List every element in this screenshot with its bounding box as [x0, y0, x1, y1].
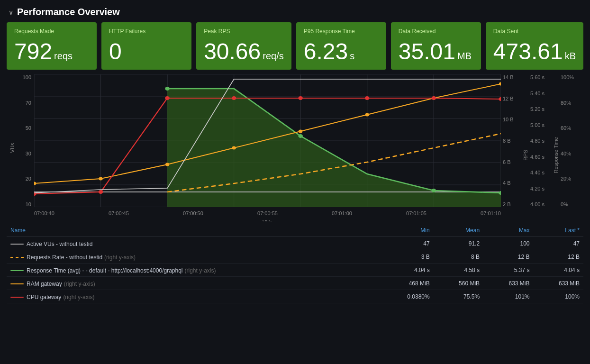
legend-row: Requests Rate - without testid (right y-… — [7, 250, 583, 264]
y-axis-left: 1007050302010 — [15, 74, 34, 221]
legend-row: RAM gateway (right y-axis) 468 MiB 560 M… — [7, 277, 583, 290]
metric-value-2: 30.66req/s — [204, 40, 284, 63]
metric-value-3: 6.23s — [304, 40, 379, 63]
svg-point-34 — [431, 96, 436, 100]
y-axis-rps-tick: 10 B — [503, 117, 514, 122]
col-min: Min — [381, 224, 433, 237]
legend-line-3 — [10, 283, 24, 284]
legend-secondary-3: (right y-axis) — [64, 281, 95, 287]
y-axis-rt-label: Response Time — [553, 123, 559, 173]
y-axis-rps-tick: 14 B — [503, 74, 514, 80]
legend-last-2: 4.04 s — [534, 264, 583, 277]
legend-secondary-2: (right y-axis) — [185, 267, 216, 274]
col-name: Name — [7, 224, 381, 237]
legend-name-4: CPU gateway (right y-axis) — [7, 290, 381, 303]
y-axis-left-tick: 20 — [26, 176, 31, 182]
col-mean: Mean — [434, 224, 483, 237]
x-axis-tick: 07:00:55 — [257, 210, 278, 216]
y-axis-rps-tick: 4 B — [503, 180, 511, 186]
legend-last-1: 12 B — [534, 250, 583, 264]
y-axis-rps-tick: 6 B — [503, 159, 511, 165]
x-axis-tick: 07:00:45 — [109, 210, 129, 216]
legend-max-2: 5.37 s — [483, 264, 533, 277]
legend-mean-4: 75.5% — [434, 290, 483, 303]
y-axis-rt-tick: 4.60 s — [530, 154, 545, 160]
y-axis-rps-tick: 2 B — [503, 201, 511, 207]
legend-text-3: RAM gateway — [27, 281, 62, 287]
y-axis-pct-tick: 60% — [561, 125, 571, 131]
legend-name-0: Active VUs - without testid — [7, 237, 381, 250]
metric-label-3: P95 Response Time — [304, 28, 379, 35]
metric-value-5: 473.61kB — [493, 40, 576, 63]
legend-mean-2: 4.58 s — [434, 264, 483, 277]
metric-value-4: 35.01MB — [399, 40, 473, 63]
legend-line-0 — [10, 244, 24, 245]
header: ∨ Performance Overview — [0, 0, 590, 22]
x-axis-tick: 07:01:10 — [481, 210, 501, 216]
svg-point-30 — [165, 96, 170, 100]
svg-point-29 — [99, 190, 103, 194]
x-axis-tick: 07:01:05 — [406, 210, 427, 216]
metric-card-2: Peak RPS 30.66req/s — [196, 22, 291, 70]
page-title: Performance Overview — [17, 7, 120, 18]
metric-value-0: 792reqs — [14, 40, 89, 63]
svg-point-17 — [298, 134, 303, 138]
metric-card-5: Data Sent 473.61kB — [486, 22, 583, 70]
legend-mean-1: 8 B — [434, 250, 483, 264]
metric-card-1: HTTP Failures 0 — [101, 22, 191, 70]
svg-point-24 — [299, 130, 302, 133]
svg-point-22 — [165, 163, 169, 166]
svg-point-31 — [232, 96, 236, 100]
y-axis-rt-tick: 4.40 s — [530, 170, 545, 175]
y-axis-left-tick: 70 — [26, 100, 31, 106]
y-axis-pct-tick: 80% — [561, 100, 571, 106]
legend-line-2 — [10, 270, 24, 271]
legend-max-0: 100 — [483, 237, 533, 250]
y-axis-left-tick: 100 — [23, 74, 31, 80]
legend-name-3: RAM gateway (right y-axis) — [7, 277, 381, 290]
legend-min-1: 3 B — [381, 250, 433, 264]
y-axis-rt-tick: 5.40 s — [530, 91, 545, 96]
legend-row: CPU gateway (right y-axis) 0.0380% 75.5%… — [7, 290, 583, 303]
legend-section: Name Min Mean Max Last * Active VUs - wi… — [7, 224, 583, 303]
y-axis-rps: 14 B12 B10 B8 B6 B4 B2 B — [501, 74, 523, 221]
legend-min-0: 47 — [381, 237, 433, 250]
svg-point-32 — [298, 96, 303, 100]
legend-last-3: 633 MiB — [534, 277, 583, 290]
y-axis-rt-tick: 5.20 s — [530, 106, 545, 112]
x-axis-tick: 07:00:40 — [34, 210, 54, 216]
metric-label-2: Peak RPS — [204, 28, 284, 35]
y-axis-left-tick: 30 — [26, 151, 31, 156]
y-axis-pct-tick: 100% — [561, 74, 574, 80]
svg-point-21 — [99, 177, 102, 181]
col-last: Last * — [534, 224, 583, 237]
collapse-icon[interactable]: ∨ — [9, 9, 13, 16]
y-axis-rt: 5.60 s5.40 s5.20 s5.00 s4.80 s4.60 s4.40… — [528, 74, 553, 221]
y-axis-rt-tick: 5.60 s — [530, 74, 545, 80]
col-max: Max — [483, 224, 533, 237]
legend-row: Response Time (avg) - - default - http:/… — [7, 264, 583, 277]
y-axis-rt-tick: 5.00 s — [530, 122, 545, 128]
x-axis: 07:00:4007:00:4507:00:5007:00:5507:01:00… — [34, 209, 501, 219]
legend-min-2: 4.04 s — [381, 264, 433, 277]
y-axis-vu-label: VUs — [9, 143, 15, 153]
legend-name-2: Response Time (avg) - - default - http:/… — [7, 264, 381, 277]
legend-min-4: 0.0380% — [381, 290, 433, 303]
metric-label-1: HTTP Failures — [109, 28, 184, 35]
chart-area: 07:00:4007:00:4507:00:5007:00:5507:01:00… — [34, 74, 501, 221]
y-axis-left-tick: 50 — [26, 125, 31, 131]
y-axis-rt-tick: 4.00 s — [530, 201, 545, 207]
y-axis-rt-tick: 4.20 s — [530, 186, 545, 191]
y-axis-pct-tick: 20% — [561, 176, 571, 182]
y-axis-pct-tick: 40% — [561, 151, 571, 156]
chart-container: VUs 1007050302010 — [7, 74, 583, 221]
metric-value-1: 0 — [109, 40, 184, 63]
metric-unit-0: reqs — [54, 51, 73, 61]
metric-unit-3: s — [350, 51, 354, 61]
y-axis-rps-tick: 12 B — [503, 96, 514, 101]
y-axis-pct: 100%80%60%40%20%0% — [559, 74, 583, 221]
legend-name-1: Requests Rate - without testid (right y-… — [7, 250, 381, 264]
svg-point-35 — [499, 97, 501, 101]
legend-text-4: CPU gateway — [27, 294, 61, 300]
legend-max-3: 633 MiB — [483, 277, 533, 290]
